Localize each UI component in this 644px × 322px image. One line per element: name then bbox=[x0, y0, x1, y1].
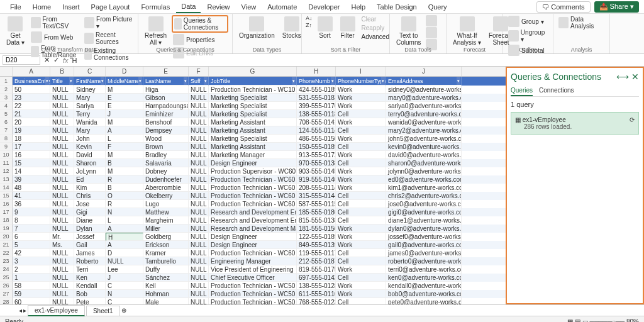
table-row[interactable]: 1339NULLEdRDudenhoeferNULLProduction Tec… bbox=[0, 175, 506, 184]
new-sheet-icon[interactable]: ⊕ bbox=[121, 307, 126, 314]
close-icon[interactable]: ✕ bbox=[631, 72, 639, 82]
tab-insert[interactable]: Insert bbox=[57, 1, 85, 13]
zoom-level[interactable]: 80% bbox=[626, 318, 639, 322]
get-data-button[interactable]: Get Data ▾ bbox=[4, 15, 27, 47]
table-row[interactable]: 1214NULLJoLynnMDobneyNULLProduction Supe… bbox=[0, 167, 506, 175]
tab-help[interactable]: Help bbox=[346, 1, 370, 13]
status-bar: Ready ▦ ▤ ▭ ─────○── 80% bbox=[0, 316, 644, 322]
clear-filter[interactable]: Clear bbox=[360, 15, 391, 23]
table-row[interactable]: 188NULLDianeLMargheimNULLResearch and De… bbox=[0, 216, 506, 225]
table-row[interactable]: 917NULLKevinFBrownNULLMarketing Assistan… bbox=[0, 143, 506, 151]
organization-type[interactable]: Organization bbox=[236, 15, 277, 40]
from-picture[interactable]: From Picture ▾ bbox=[83, 15, 134, 30]
query-count: 1 query bbox=[511, 101, 639, 108]
flash-fill-icon[interactable] bbox=[426, 15, 437, 26]
refresh-query-icon[interactable]: ⟳ bbox=[630, 116, 635, 123]
tab-developer[interactable]: Developer bbox=[303, 1, 345, 13]
group-label: Sort & Filter bbox=[302, 47, 389, 53]
status-ready: Ready bbox=[5, 318, 23, 322]
tab-table-design[interactable]: Table Design bbox=[372, 1, 422, 13]
group-label: Data Tools bbox=[390, 47, 446, 53]
expand-icon[interactable]: ⟷ bbox=[616, 72, 629, 82]
table-row[interactable]: 620NULLWanidaMBenshoofNULLMarketing Assi… bbox=[0, 118, 506, 126]
table-row[interactable]: 197NULLDylanAMillerNULLResearch and Deve… bbox=[0, 225, 506, 233]
table-row[interactable]: 242NULLTerriLeeDuffyNULLVice President o… bbox=[0, 265, 506, 274]
table-row[interactable]: 1636NULLJoseRLugoNULLProduction Technici… bbox=[0, 200, 506, 208]
pane-title: Queries & Connections bbox=[511, 72, 601, 82]
table-row[interactable]: 719NULLMaryADempseyNULLMarketing Assista… bbox=[0, 126, 506, 135]
tab-view[interactable]: View bbox=[236, 1, 262, 13]
table-row[interactable]: 2658NULLKendallCKeilNULLProduction Techn… bbox=[0, 282, 506, 290]
filter-icon bbox=[340, 16, 355, 31]
comments-button[interactable]: 🗨 Comments bbox=[536, 1, 590, 13]
view-layout-icon[interactable]: ▤ bbox=[575, 318, 580, 322]
table-row[interactable]: 2759NULLBobNHohmanNULLProduction Technic… bbox=[0, 290, 506, 298]
tab-query[interactable]: Query bbox=[423, 1, 452, 13]
what-if-button[interactable]: What-If Analysis ▾ bbox=[450, 15, 484, 47]
table-row[interactable]: 1115NULLSharonBSalavariaNULLDesign Engin… bbox=[0, 159, 506, 167]
table-row[interactable]: 2860NULLPeteCMaleNULLProduction Technici… bbox=[0, 298, 506, 304]
remove-dup-icon[interactable] bbox=[426, 27, 437, 38]
view-break-icon[interactable]: ▭ bbox=[582, 318, 588, 322]
ungroup-button[interactable]: Ungroup ▾ bbox=[507, 28, 549, 43]
table-row[interactable]: 1448NULLKimBAbercrombieNULLProduction Te… bbox=[0, 184, 506, 192]
reapply-filter[interactable]: Reapply bbox=[360, 24, 391, 32]
tab-file[interactable]: File bbox=[5, 1, 26, 13]
queries-connections-button[interactable]: Queries & Connections bbox=[172, 15, 228, 33]
text-to-columns[interactable]: Text to Columns bbox=[394, 15, 423, 47]
table-row[interactable]: 1541NULLChrisOOkelberryNULLProduction Te… bbox=[0, 192, 506, 200]
column-headers[interactable]: ABCDEFGHIJ bbox=[0, 67, 506, 77]
analysis-icon bbox=[558, 17, 569, 28]
nav-last-icon[interactable]: ▸ bbox=[23, 307, 26, 314]
refresh-all-button[interactable]: Refresh All ▾ bbox=[142, 15, 169, 47]
tab-formulas[interactable]: Formulas bbox=[136, 1, 175, 13]
worksheet-grid[interactable]: ABCDEFGHIJ 1BusinessEntityTitleFirstName… bbox=[0, 67, 506, 304]
table-row[interactable]: 2242NULLJamesDKramerNULLProduction Techn… bbox=[0, 249, 506, 257]
view-normal-icon[interactable]: ▦ bbox=[567, 318, 573, 322]
file-icon bbox=[31, 17, 41, 28]
sheet-tab[interactable]: Sheet1 bbox=[86, 306, 120, 316]
queries-tab[interactable]: Queries bbox=[511, 86, 533, 96]
table-row[interactable]: 1016NULLDavidMBradleyNULLMarketing Manag… bbox=[0, 151, 506, 159]
globe-icon bbox=[31, 31, 42, 43]
queries-pane: Queries & Connections⟷ ✕ Queries Connect… bbox=[506, 67, 644, 304]
group-label: Data Types bbox=[233, 47, 301, 53]
connections-tab[interactable]: Connections bbox=[539, 86, 574, 96]
whatif-icon bbox=[460, 16, 475, 31]
tab-data[interactable]: Data bbox=[176, 1, 201, 13]
ttc-icon bbox=[401, 16, 416, 31]
properties-button[interactable]: Properties bbox=[172, 33, 228, 46]
filter-button[interactable]: Filter bbox=[338, 15, 358, 40]
tab-review[interactable]: Review bbox=[202, 1, 235, 13]
stocks-type[interactable]: Stocks bbox=[280, 15, 304, 40]
table-row[interactable]: 215Ms.GailAEricksonNULLDesign Engineer84… bbox=[0, 241, 506, 249]
share-button[interactable]: 📤 Share ▾ bbox=[594, 1, 639, 13]
sort-button[interactable]: Sort bbox=[315, 15, 335, 40]
query-item[interactable]: ▦ ex1-vEmployee⟳ 286 rows loaded. bbox=[511, 112, 639, 135]
table-body[interactable]: 1BusinessEntityTitleFirstNameMiddleNameL… bbox=[0, 77, 506, 304]
recent-sources[interactable]: Recent Sources bbox=[83, 31, 134, 46]
table-row[interactable]: 251NULLKenJSánchezNULLChief Executive Of… bbox=[0, 274, 506, 282]
tab-automate[interactable]: Automate bbox=[262, 1, 302, 13]
database-icon bbox=[8, 16, 23, 31]
table-row[interactable]: 422NULLSariyaEHarnpadoungsatayaNULLMarke… bbox=[0, 102, 506, 110]
ungroup-icon bbox=[508, 30, 519, 42]
group-button[interactable]: Group ▾ bbox=[507, 15, 549, 28]
table-row[interactable]: 521NULLTerryJEminhizerNULLMarketing Spec… bbox=[0, 110, 506, 118]
advanced-filter[interactable]: Advanced bbox=[360, 33, 391, 41]
from-web[interactable]: From Web bbox=[30, 31, 80, 43]
data-analysis-button[interactable]: Data Analysis bbox=[557, 15, 606, 30]
tab-home[interactable]: Home bbox=[28, 1, 56, 13]
from-text-csv[interactable]: From Text/CSV bbox=[30, 15, 80, 30]
sheet-tab[interactable]: ex1-vEmployee bbox=[28, 305, 85, 316]
table-row[interactable]: 233NULLRobertoNULLTamburelloNULLEngineer… bbox=[0, 257, 506, 265]
table-row[interactable]: 323NULLMaryEGibsonNULLMarketing Speciali… bbox=[0, 94, 506, 102]
table-row[interactable]: 179NULLGigiNMatthewNULLResearch and Deve… bbox=[0, 208, 506, 216]
nav-first-icon[interactable]: ◂ bbox=[19, 307, 22, 314]
table-row[interactable]: 818NULLJohnLWoodNULLMarketing Specialist… bbox=[0, 135, 506, 143]
group-icon bbox=[508, 16, 519, 27]
tab-page-layout[interactable]: Page Layout bbox=[86, 1, 135, 13]
table-row[interactable]: 206Mr.JossefHGoldbergNULLDesign Engineer… bbox=[0, 233, 506, 241]
table-row[interactable]: 250NULLSidneyMHigaNULLProduction Technic… bbox=[0, 86, 506, 94]
sheet-tabs: ◂ ▸ ex1-vEmployee Sheet1 ⊕ bbox=[0, 304, 644, 316]
